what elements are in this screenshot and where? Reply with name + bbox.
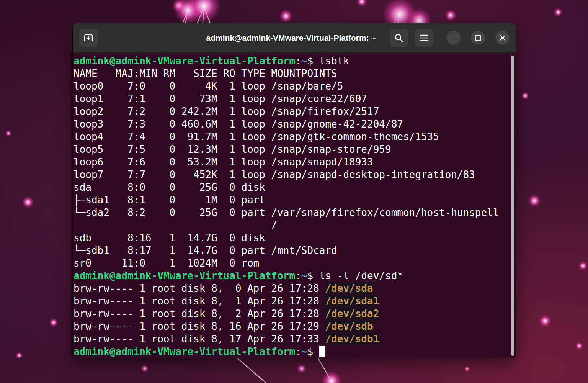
hamburger-menu-icon bbox=[419, 34, 429, 42]
terminal-line: admink@admink-VMware-Virtual-Platform:~$ bbox=[74, 345, 511, 358]
terminal-line: brw-rw---- 1 root disk 8, 17 Apr 26 17:3… bbox=[74, 333, 511, 345]
menu-button[interactable] bbox=[415, 29, 433, 47]
close-icon bbox=[500, 35, 506, 41]
terminal-window: admink@admink-VMware-Virtual-Platform: ~ bbox=[73, 23, 516, 358]
terminal-line: loop0 7:0 0 4K 1 loop /snap/bare/5 bbox=[74, 80, 511, 93]
terminal-line: sdb 8:16 1 14.7G 0 disk bbox=[74, 232, 511, 244]
terminal-line: loop1 7:1 0 73M 1 loop /snap/core22/607 bbox=[74, 93, 511, 105]
scrollbar-thumb[interactable] bbox=[511, 56, 514, 356]
titlebar[interactable]: admink@admink-VMware-Virtual-Platform: ~ bbox=[73, 23, 516, 53]
terminal-line: loop7 7:7 0 452K 1 loop /snap/snapd-desk… bbox=[74, 169, 511, 181]
search-button[interactable] bbox=[390, 29, 408, 47]
window-title: admink@admink-VMware-Virtual-Platform: ~ bbox=[206, 33, 376, 43]
terminal-line: loop4 7:4 0 91.7M 1 loop /snap/gtk-commo… bbox=[74, 131, 511, 143]
new-tab-icon bbox=[83, 33, 94, 43]
terminal-line: admink@admink-VMware-Virtual-Platform:~$… bbox=[74, 55, 511, 67]
terminal-output: admink@admink-VMware-Virtual-Platform:~$… bbox=[74, 55, 511, 358]
close-button[interactable] bbox=[495, 31, 510, 45]
terminal-line: └─sda2 8:2 0 25G 0 part /var/snap/firefo… bbox=[74, 206, 511, 219]
minimize-icon bbox=[451, 35, 457, 41]
terminal-line: sr0 11:0 1 1024M 0 rom bbox=[74, 257, 511, 270]
terminal-line: / bbox=[74, 219, 511, 232]
terminal-line: brw-rw---- 1 root disk 8, 1 Apr 26 17:28… bbox=[74, 295, 511, 308]
new-tab-button[interactable] bbox=[79, 29, 98, 47]
terminal-line: loop2 7:2 0 242.2M 1 loop /snap/firefox/… bbox=[74, 105, 511, 118]
terminal-line: loop6 7:6 0 53.2M 1 loop /snap/snapd/189… bbox=[74, 156, 511, 169]
minimize-button[interactable] bbox=[446, 31, 461, 45]
terminal-line: brw-rw---- 1 root disk 8, 2 Apr 26 17:28… bbox=[74, 308, 511, 320]
terminal-line: loop5 7:5 0 12.3M 1 loop /snap/snap-stor… bbox=[74, 143, 511, 156]
terminal-line: admink@admink-VMware-Virtual-Platform:~$… bbox=[74, 270, 511, 282]
terminal-line: sda 8:0 0 25G 0 disk bbox=[74, 181, 511, 194]
terminal-line: brw-rw---- 1 root disk 8, 16 Apr 26 17:2… bbox=[74, 320, 511, 333]
terminal-line: └─sdb1 8:17 1 14.7G 0 part /mnt/SDcard bbox=[74, 244, 511, 257]
maximize-button[interactable] bbox=[471, 31, 485, 45]
terminal-line: NAME MAJ:MIN RM SIZE RO TYPE MOUNTPOINTS bbox=[74, 67, 511, 80]
maximize-icon bbox=[475, 35, 481, 41]
terminal-line: ├─sda1 8:1 0 1M 0 part bbox=[74, 194, 511, 206]
terminal-line: brw-rw---- 1 root disk 8, 0 Apr 26 17:28… bbox=[74, 282, 511, 295]
search-icon bbox=[394, 33, 404, 43]
terminal-viewport[interactable]: admink@admink-VMware-Virtual-Platform:~$… bbox=[73, 53, 516, 358]
terminal-line: loop3 7:3 0 460.6M 1 loop /snap/gnome-42… bbox=[74, 118, 511, 131]
